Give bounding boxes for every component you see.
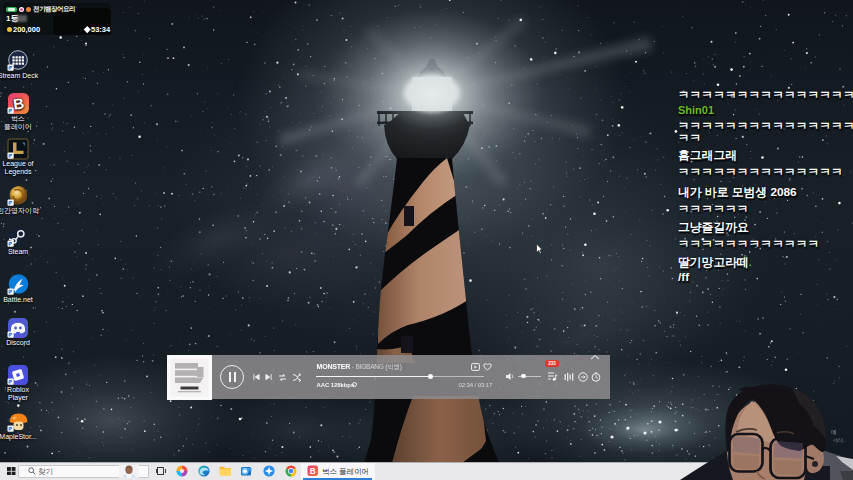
svg-text:B: B: [309, 467, 315, 476]
svg-text:에: 에: [831, 429, 837, 435]
svg-text:세레..: 세레..: [833, 437, 846, 443]
